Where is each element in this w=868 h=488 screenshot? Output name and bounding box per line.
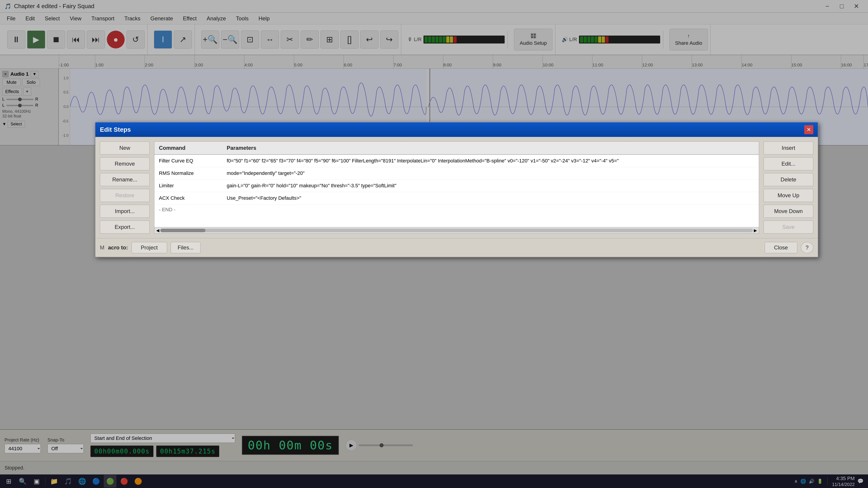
table-row[interactable]: ACX Check Use_Preset="<Factory Defaults>… [154, 192, 759, 204]
delete-button[interactable]: Delete [764, 173, 813, 186]
new-button[interactable]: New [100, 141, 150, 155]
dialog-close-button[interactable]: ✕ [804, 125, 813, 134]
scroll-track [160, 229, 753, 232]
dialog-left-buttons: New Remove Rename... Restore Import... E… [100, 141, 150, 234]
step-params: f0="50" f1="60" f2="65" f3="70" f4="80" … [222, 157, 759, 165]
dialog-footer: M acro to: Project Files... Close ? [95, 238, 818, 257]
dialog-body: New Remove Rename... Restore Import... E… [95, 137, 818, 238]
edit-steps-dialog: Edit Steps ✕ New Remove Rename... Restor… [95, 122, 818, 257]
table-scrollbar-h[interactable]: ◀ ▶ [154, 227, 759, 233]
scroll-right-arrow[interactable]: ▶ [753, 228, 758, 233]
table-row[interactable]: RMS Normalize mode="Independently" targe… [154, 167, 759, 180]
scroll-left-arrow[interactable]: ◀ [155, 228, 160, 233]
dialog-help-button[interactable]: ? [801, 242, 813, 253]
restore-button[interactable]: Restore [100, 189, 150, 202]
macro-to-label2: acro to: [108, 245, 128, 251]
rename-button[interactable]: Rename... [100, 173, 150, 186]
import-button[interactable]: Import... [100, 205, 150, 218]
step-command: Limiter [154, 182, 222, 190]
dialog-title: Edit Steps [100, 126, 131, 133]
files-button[interactable]: Files... [170, 242, 201, 253]
edit-button[interactable]: Edit... [764, 157, 813, 170]
table-end-label: - END - [154, 204, 759, 215]
scroll-thumb[interactable] [160, 229, 206, 232]
dialog-close-footer-button[interactable]: Close [765, 242, 797, 253]
project-button[interactable]: Project [131, 242, 167, 253]
remove-button[interactable]: Remove [100, 157, 150, 170]
dialog-overlay: Edit Steps ✕ New Remove Rename... Restor… [0, 0, 868, 488]
col-command: Command [154, 144, 222, 152]
step-command: RMS Normalize [154, 169, 222, 177]
move-down-button[interactable]: Move Down [764, 205, 813, 218]
save-button[interactable]: Save [764, 221, 813, 234]
dialog-right-buttons: Insert Edit... Delete Move Up Move Down … [764, 141, 813, 234]
macro-to-label: M [100, 245, 104, 251]
export-button[interactable]: Export... [100, 221, 150, 234]
step-command: ACX Check [154, 194, 222, 202]
table-row[interactable]: Filter Curve EQ f0="50" f1="60" f2="65" … [154, 155, 759, 167]
step-command: Filter Curve EQ [154, 157, 222, 165]
col-parameters: Parameters [222, 144, 759, 152]
table-header: Command Parameters [154, 142, 759, 155]
insert-button[interactable]: Insert [764, 141, 813, 155]
table-row[interactable]: Limiter gain-L="0" gain-R="0" hold="10" … [154, 180, 759, 192]
table-body[interactable]: Filter Curve EQ f0="50" f1="60" f2="65" … [154, 155, 759, 227]
steps-table: Command Parameters Filter Curve EQ f0="5… [154, 141, 759, 234]
step-params: Use_Preset="<Factory Defaults>" [222, 194, 759, 202]
step-params: gain-L="0" gain-R="0" hold="10" makeup="… [222, 182, 759, 190]
step-params: mode="Independently" target="-20" [222, 169, 759, 177]
dialog-titlebar: Edit Steps ✕ [95, 123, 818, 137]
move-up-button[interactable]: Move Up [764, 189, 813, 202]
